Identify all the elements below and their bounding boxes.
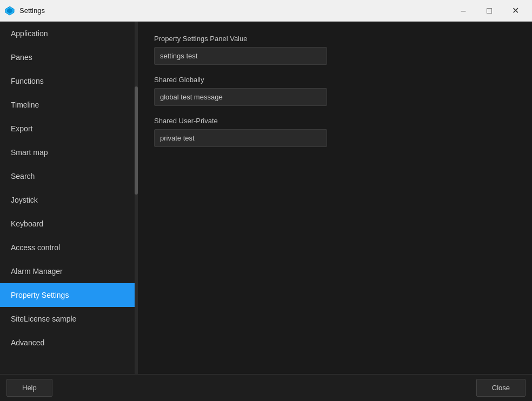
maximize-button[interactable]: □ [477, 2, 502, 19]
sidebar-item-search[interactable]: Search [0, 164, 138, 188]
content-area: Property Settings Panel Value settings t… [138, 22, 532, 374]
sidebar-item-functions[interactable]: Functions [0, 69, 138, 93]
window-controls: – □ ✕ [451, 2, 528, 19]
shared-user-private-field[interactable]: private test [154, 129, 327, 147]
title-bar: Settings – □ ✕ [0, 0, 532, 22]
sidebar-item-keyboard[interactable]: Keyboard [0, 212, 138, 236]
shared-globally-field[interactable]: global test message [154, 88, 327, 106]
window-title: Settings [19, 6, 451, 15]
sidebar-item-alarm-manager[interactable]: Alarm Manager [0, 259, 138, 283]
sidebar-item-application[interactable]: Application [0, 22, 138, 45]
sidebar-item-joystick[interactable]: Joystick [0, 188, 138, 212]
scrollbar[interactable] [135, 22, 138, 374]
scrollbar-thumb[interactable] [135, 86, 138, 195]
bottom-bar: Help Close [0, 374, 532, 401]
nav-list: ApplicationPanesFunctionsTimelineExportS… [0, 22, 138, 355]
shared-globally-label: Shared Globally [154, 76, 516, 84]
sidebar-item-advanced[interactable]: Advanced [0, 331, 138, 355]
sidebar-item-timeline[interactable]: Timeline [0, 93, 138, 117]
sidebar-item-smart-map[interactable]: Smart map [0, 141, 138, 164]
sidebar-item-export[interactable]: Export [0, 117, 138, 141]
sidebar-item-sitelicense-sample[interactable]: SiteLicense sample [0, 307, 138, 331]
sidebar-item-panes[interactable]: Panes [0, 45, 138, 69]
close-dialog-button[interactable]: Close [476, 379, 526, 397]
close-button[interactable]: ✕ [503, 2, 528, 19]
app-icon [4, 5, 15, 16]
panel-value-field[interactable]: settings test [154, 47, 327, 65]
shared-user-private-label: Shared User-Private [154, 117, 516, 125]
help-button[interactable]: Help [6, 379, 52, 397]
sidebar-item-access-control[interactable]: Access control [0, 236, 138, 259]
sidebar-item-property-settings[interactable]: Property Settings [0, 283, 138, 307]
main-container: ApplicationPanesFunctionsTimelineExportS… [0, 22, 532, 374]
sidebar: ApplicationPanesFunctionsTimelineExportS… [0, 22, 138, 374]
minimize-button[interactable]: – [451, 2, 476, 19]
panel-value-label: Property Settings Panel Value [154, 35, 516, 43]
